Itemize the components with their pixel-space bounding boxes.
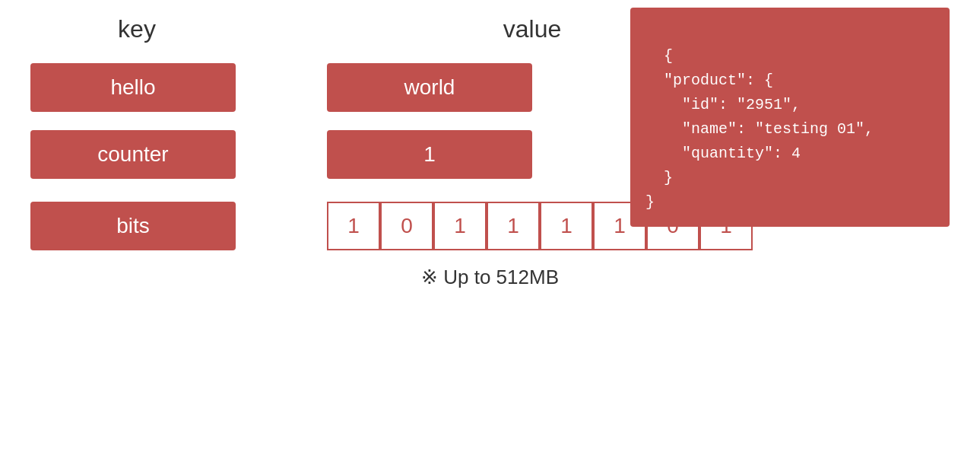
key-counter: counter [30, 130, 236, 179]
bit-3: 1 [487, 202, 540, 250]
bit-0: 1 [327, 202, 380, 250]
key-label: key [30, 15, 243, 43]
value-counter: 1 [327, 130, 532, 179]
value-column-header: value [426, 15, 639, 56]
bit-2: 1 [433, 202, 487, 250]
bit-4: 1 [540, 202, 593, 250]
bit-1: 0 [380, 202, 433, 250]
key-bits: bits [30, 202, 236, 250]
key-column-header: key [30, 15, 243, 56]
key-hello: hello [30, 63, 236, 112]
value-world: world [327, 63, 532, 112]
footer-note: ※ Up to 512MB [30, 266, 950, 289]
json-panel: { "product": { "id": "2951", "name": "te… [630, 8, 950, 227]
value-label: value [426, 15, 639, 43]
